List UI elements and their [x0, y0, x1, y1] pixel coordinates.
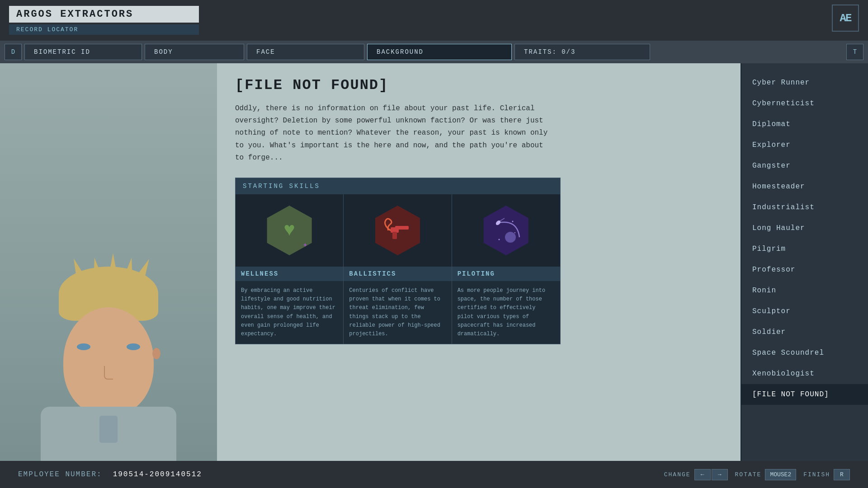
skills-section: STARTING SKILLS ♥ + WELLNESS By embracin…	[235, 178, 561, 344]
bottom-bar: EMPLOYEE NUMBER: 190514-2009140512 CHANG…	[0, 461, 868, 488]
employee-number: 190514-2009140512	[113, 470, 202, 479]
bg-list-item-sculptor[interactable]: Sculptor	[741, 301, 868, 322]
finish-label: FINISH	[803, 471, 830, 478]
bg-list-item-professor[interactable]: Professor	[741, 259, 868, 280]
tab-biometric[interactable]: BIOMETRIC ID	[24, 44, 142, 60]
skill-wellness-name: WELLNESS	[236, 267, 343, 281]
tab-traits[interactable]: TRAITS: 0/3	[514, 44, 650, 60]
change-key-right[interactable]: →	[712, 469, 728, 480]
ballistics-svg-icon	[382, 215, 413, 246]
change-key-left[interactable]: ←	[694, 469, 711, 480]
bg-list-item-long-hauler[interactable]: Long Hauler	[741, 218, 868, 239]
wellness-icon: ♥ +	[264, 206, 314, 255]
skill-wellness-icon-area: ♥ +	[236, 194, 343, 267]
portrait-area	[0, 63, 217, 461]
piloting-icon	[481, 206, 531, 255]
character-body	[41, 407, 176, 461]
nav-left-button[interactable]: D	[5, 44, 22, 60]
skill-wellness-desc: By embracing an active lifestyle and goo…	[236, 281, 343, 344]
bg-list-item-soldier[interactable]: Soldier	[741, 322, 868, 343]
svg-point-4	[512, 221, 514, 222]
finish-control: FINISH R	[803, 469, 850, 480]
svg-point-7	[505, 232, 516, 243]
background-description: Oddly, there is no information on file a…	[235, 103, 552, 164]
character-face	[63, 307, 154, 416]
piloting-svg-icon	[490, 215, 522, 246]
skill-piloting: PILOTING As more people journey into spa…	[452, 194, 560, 344]
skill-wellness: ♥ + WELLNESS By embracing an active life…	[236, 194, 344, 344]
background-info-panel: [FILE NOT FOUND] Oddly, there is no info…	[217, 63, 741, 461]
record-locator: RECORD LOCATOR	[9, 24, 199, 35]
app-title: ARGOS EXTRACTORS	[9, 6, 199, 23]
skill-piloting-name: PILOTING	[452, 267, 560, 281]
skill-ballistics: BALLISTICS Centuries of conflict have pr…	[344, 194, 452, 344]
skill-ballistics-icon-area	[344, 194, 451, 267]
skill-ballistics-name: BALLISTICS	[344, 267, 451, 281]
bg-list-item-industrialist[interactable]: Industrialist	[741, 197, 868, 218]
ballistics-icon	[373, 206, 422, 255]
skill-piloting-icon-area	[452, 194, 560, 267]
nav-right-button[interactable]: T	[846, 44, 863, 60]
tab-background[interactable]: BACKGROUND	[367, 44, 512, 60]
skill-piloting-desc: As more people journey into space, the n…	[452, 281, 560, 344]
tab-face[interactable]: FACE	[247, 44, 364, 60]
svg-point-5	[514, 232, 515, 233]
bg-list-item-pilgrim[interactable]: Pilgrim	[741, 239, 868, 259]
background-list[interactable]: Cyber RunnerCyberneticistDiplomatExplore…	[741, 63, 868, 461]
title-section: ARGOS EXTRACTORS RECORD LOCATOR	[0, 0, 208, 41]
tab-body[interactable]: BODY	[145, 44, 244, 60]
bg-list-item-space-scoundrel[interactable]: Space Scoundrel	[741, 343, 868, 363]
finish-key[interactable]: R	[834, 469, 850, 480]
skill-ballistics-desc: Centuries of conflict have proven that w…	[344, 281, 451, 344]
bg-list-item-homesteader[interactable]: Homesteader	[741, 176, 868, 197]
bg-list-item-cyber-runner[interactable]: Cyber Runner	[741, 72, 868, 93]
wellness-heart-icon: ♥	[284, 220, 295, 241]
background-title: [FILE NOT FOUND]	[235, 77, 723, 94]
nav-tabs: D BIOMETRIC ID BODY FACE BACKGROUND TRAI…	[0, 41, 868, 63]
bottom-controls: CHANGE ← → ROTATE MOUSE2 FINISH R	[664, 469, 850, 480]
bg-list-item-cyberneticist[interactable]: Cyberneticist	[741, 93, 868, 114]
rotate-key[interactable]: MOUSE2	[765, 469, 796, 480]
change-label: CHANGE	[664, 471, 691, 478]
employee-label: EMPLOYEE NUMBER:	[18, 470, 102, 479]
top-bar: ARGOS EXTRACTORS RECORD LOCATOR AE	[0, 0, 868, 41]
bg-list-item-ronin[interactable]: Ronin	[741, 280, 868, 301]
skills-grid: ♥ + WELLNESS By embracing an active life…	[236, 194, 560, 344]
svg-line-9	[500, 218, 505, 221]
main-content: [FILE NOT FOUND] Oddly, there is no info…	[0, 63, 868, 461]
character-portrait	[0, 63, 217, 461]
change-keys: ← →	[694, 469, 728, 480]
bg-list-item-xenobiologist[interactable]: Xenobiologist	[741, 363, 868, 384]
skills-header: STARTING SKILLS	[236, 178, 560, 194]
svg-point-6	[499, 239, 500, 240]
rotate-label: ROTATE	[735, 471, 762, 478]
bg-list-item-diplomat[interactable]: Diplomat	[741, 114, 868, 135]
svg-rect-2	[392, 232, 397, 239]
rotate-control: ROTATE MOUSE2	[735, 469, 797, 480]
bg-list-item-file-not-found[interactable]: [FILE NOT FOUND]	[741, 384, 868, 405]
bg-list-item-gangster[interactable]: Gangster	[741, 155, 868, 176]
bg-list-item-explorer[interactable]: Explorer	[741, 135, 868, 155]
ae-logo: AE	[832, 5, 859, 32]
wellness-plus-icon: +	[303, 242, 307, 249]
character-3d	[23, 145, 194, 461]
list-separator	[741, 63, 741, 461]
change-control: CHANGE ← →	[664, 469, 728, 480]
